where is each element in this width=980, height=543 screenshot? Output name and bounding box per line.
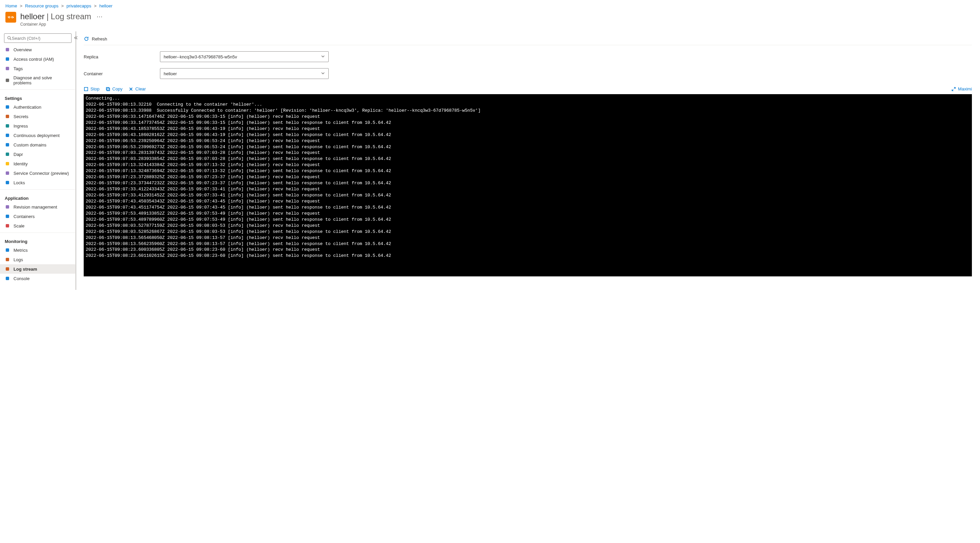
sidebar-item-label: Containers — [13, 214, 35, 219]
sidebar-item-auth[interactable]: Authentication — [0, 102, 75, 112]
svg-point-1 — [11, 16, 13, 18]
svg-rect-13 — [6, 153, 9, 156]
sidebar-item-logs[interactable]: Logs — [0, 255, 75, 264]
log-console[interactable]: Connecting...2022-06-15T09:08:13.32210 C… — [84, 94, 972, 276]
svg-rect-8 — [6, 105, 9, 109]
chevron-down-icon — [321, 71, 325, 76]
cd-icon — [5, 133, 10, 138]
svg-rect-20 — [6, 248, 9, 252]
metrics-icon — [5, 247, 10, 253]
svg-rect-9 — [6, 115, 9, 118]
breadcrumb-separator: > — [61, 3, 64, 8]
revmgmt-icon — [5, 204, 10, 210]
nav-divider — [0, 89, 75, 90]
replica-select[interactable]: helloer--kncq3w3-67d7968785-w5n5v — [160, 51, 329, 62]
more-button[interactable]: ⋯ — [97, 13, 103, 20]
stop-button[interactable]: Stop — [84, 86, 100, 91]
page-title: helloer — [20, 12, 45, 21]
sidebar-item-label: Secrets — [13, 114, 29, 119]
sidebar-item-label: Metrics — [13, 248, 28, 253]
svg-rect-11 — [6, 134, 9, 137]
sidebar-item-console[interactable]: Console — [0, 274, 75, 283]
sidebar-item-overview[interactable]: Overview — [0, 45, 75, 54]
ingress-icon — [5, 123, 10, 129]
log-line: 2022-06-15T09:06:43.186028162Z 2022-06-1… — [86, 132, 970, 138]
sidebar-item-label: Ingress — [13, 124, 28, 129]
containers-icon — [5, 213, 10, 219]
dapr-icon — [5, 151, 10, 157]
sidebar-item-revmgmt[interactable]: Revision management — [0, 202, 75, 212]
stop-label: Stop — [91, 86, 100, 91]
sidebar-scrollbar[interactable] — [76, 31, 76, 290]
sidebar-item-logstream[interactable]: Log stream — [0, 264, 75, 274]
sidebar-item-locks[interactable]: Locks — [0, 178, 75, 187]
search-icon — [7, 36, 12, 40]
replica-value: helloer--kncq3w3-67d7968785-w5n5v — [164, 54, 237, 59]
sidebar-item-containers[interactable]: Containers — [0, 212, 75, 221]
sidebar-item-label: Locks — [13, 180, 25, 185]
sidebar-item-dapr[interactable]: Dapr — [0, 150, 75, 159]
container-select[interactable]: helloer — [160, 68, 329, 79]
sidebar-item-label: Logs — [13, 257, 23, 262]
sidebar-item-tags[interactable]: Tags — [0, 64, 75, 73]
svg-rect-16 — [6, 181, 9, 184]
sidebar-search-input[interactable] — [12, 36, 68, 41]
log-line: 2022-06-15T09:08:13.565468050Z 2022-06-1… — [86, 235, 970, 241]
sidebar-item-iam[interactable]: Access control (IAM) — [0, 54, 75, 64]
maximize-button[interactable]: Maximi — [951, 86, 972, 91]
logs-icon — [5, 257, 10, 262]
breadcrumb-link[interactable]: Home — [5, 3, 17, 8]
identity-icon — [5, 161, 10, 166]
svg-point-0 — [8, 16, 10, 18]
container-app-icon — [8, 14, 14, 20]
nav-divider — [0, 232, 75, 233]
sidebar-item-scale[interactable]: Scale — [0, 221, 75, 231]
scale-icon — [5, 223, 10, 228]
sidebar-item-label: Service Connector (preview) — [13, 171, 69, 176]
log-line: 2022-06-15T09:08:23.600336805Z 2022-06-1… — [86, 247, 970, 253]
svg-rect-14 — [6, 162, 9, 166]
nav-section-title: Application — [0, 192, 75, 202]
svg-rect-7 — [6, 79, 9, 82]
sidebar-item-metrics[interactable]: Metrics — [0, 245, 75, 255]
sidebar-item-label: Continuous deployment — [13, 133, 60, 138]
sidebar-item-secrets[interactable]: Secrets — [0, 112, 75, 121]
svg-rect-10 — [6, 124, 9, 127]
log-line: 2022-06-15T09:07:13.324873694Z 2022-06-1… — [86, 168, 970, 174]
log-line: 2022-06-15T09:06:33.147737454Z 2022-06-1… — [86, 120, 970, 126]
sidebar-item-label: Revision management — [13, 204, 57, 210]
breadcrumb-link[interactable]: helloer — [99, 3, 112, 8]
log-line: 2022-06-15T09:07:23.372889325Z 2022-06-1… — [86, 174, 970, 180]
log-line: 2022-06-15T09:06:53.239250964Z 2022-06-1… — [86, 138, 970, 144]
sidebar-item-ingress[interactable]: Ingress — [0, 121, 75, 131]
log-line: 2022-06-15T09:08:13.566235960Z 2022-06-1… — [86, 241, 970, 247]
replica-label: Replica — [84, 54, 160, 59]
breadcrumb-link[interactable]: Resource groups — [25, 3, 58, 8]
nav-section-title: Monitoring — [0, 235, 75, 245]
breadcrumb-link[interactable]: privatecapps — [67, 3, 91, 8]
log-line: Connecting... — [86, 96, 970, 102]
diag-icon — [5, 78, 10, 83]
sidebar-search[interactable] — [4, 33, 72, 43]
sidebar-item-diag[interactable]: Diagnose and solve problems — [0, 73, 75, 88]
sidebar-item-domains[interactable]: Custom domains — [0, 140, 75, 150]
sidebar-item-label: Access control (IAM) — [13, 57, 54, 62]
sidebar-item-label: Log stream — [13, 267, 37, 272]
clear-icon — [129, 87, 133, 91]
breadcrumb-separator: > — [94, 3, 97, 8]
sidebar-item-label: Dapr — [13, 152, 23, 157]
copy-button[interactable]: Copy — [106, 86, 123, 91]
sidebar-item-identity[interactable]: Identity — [0, 159, 75, 169]
log-line: 2022-06-15T09:06:33.147164746Z 2022-06-1… — [86, 114, 970, 120]
secrets-icon — [5, 114, 10, 119]
sidebar-item-cd[interactable]: Continuous deployment — [0, 131, 75, 140]
log-line: 2022-06-15T09:08:03.528526867Z 2022-06-1… — [86, 229, 970, 235]
svg-line-3 — [10, 39, 11, 40]
refresh-button[interactable]: Refresh — [84, 31, 972, 45]
page-section: Log stream — [51, 12, 91, 21]
locks-icon — [5, 180, 10, 185]
maximize-icon — [951, 87, 956, 91]
svg-rect-19 — [6, 224, 9, 228]
clear-button[interactable]: Clear — [129, 86, 146, 91]
sidebar-item-svcconn[interactable]: Service Connector (preview) — [0, 169, 75, 178]
